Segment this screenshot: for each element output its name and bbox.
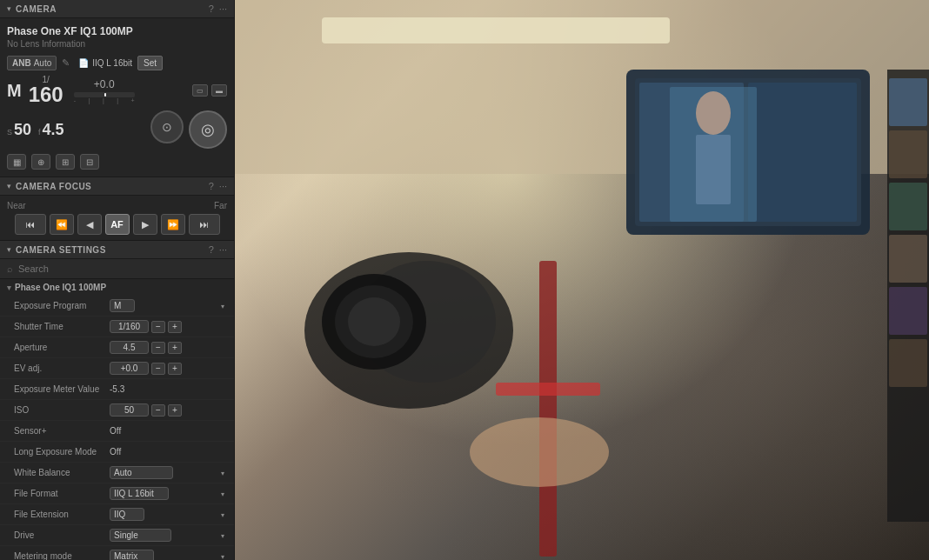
set-button[interactable]: Set bbox=[137, 56, 163, 70]
search-input[interactable] bbox=[18, 263, 227, 274]
settings-select-8[interactable]: AutoDaylightCloudyShadeTungstenFluoresce… bbox=[110, 466, 173, 479]
stepper-minus-2[interactable]: − bbox=[151, 342, 165, 354]
stepper-wrap-1: −+ bbox=[110, 320, 227, 333]
camera-section-header[interactable]: ▾ CAMERA ? ··· bbox=[0, 0, 234, 18]
iso-block: S 50 bbox=[7, 121, 31, 139]
focus-fast-fwd-btn[interactable]: ⏭ bbox=[189, 214, 220, 235]
search-bar: ⌕ bbox=[0, 259, 234, 279]
settings-header-icons: ? ··· bbox=[209, 244, 227, 255]
adjust-icons: ▭ ▬ bbox=[192, 84, 227, 97]
stepper-input-2[interactable] bbox=[110, 341, 149, 354]
svg-rect-5 bbox=[748, 83, 857, 222]
more-icon[interactable]: ··· bbox=[219, 3, 227, 14]
svg-rect-11 bbox=[539, 261, 557, 557]
stepper-minus-1[interactable]: − bbox=[151, 321, 165, 333]
svg-point-22 bbox=[696, 91, 731, 135]
settings-select-9[interactable]: IIQ L 16bitIIQ S 16bitTIFFJPEG bbox=[110, 487, 169, 500]
far-label: Far bbox=[214, 201, 227, 210]
camera-controls: ⊙ ◎ bbox=[150, 110, 227, 149]
settings-row: Metering modeMatrixCenterSpot bbox=[0, 546, 234, 560]
focus-af-btn[interactable]: AF bbox=[105, 214, 130, 235]
ev-ticks: -|||+ bbox=[74, 97, 135, 103]
stepper-input-5[interactable] bbox=[110, 403, 149, 417]
focus-step-fwd-btn[interactable]: ⏩ bbox=[161, 214, 185, 235]
frame-icon[interactable]: ⊞ bbox=[56, 154, 75, 170]
settings-label-2: Aperture bbox=[14, 343, 110, 352]
pencil-icon[interactable]: ✎ bbox=[62, 57, 70, 69]
focus-step-back-btn[interactable]: ⏪ bbox=[50, 214, 74, 235]
layers-icon[interactable]: ⊟ bbox=[80, 154, 99, 170]
stepper-plus-1[interactable]: + bbox=[168, 321, 182, 333]
stepper-wrap-5: −+ bbox=[110, 403, 227, 417]
ev-bar bbox=[74, 92, 135, 97]
settings-section-header[interactable]: ▾ CAMERA SETTINGS ? ··· bbox=[0, 241, 234, 259]
focus-more-icon[interactable]: ··· bbox=[219, 181, 227, 191]
settings-select-11[interactable]: SingleContinuousTimer bbox=[110, 529, 171, 542]
svg-rect-12 bbox=[496, 383, 600, 396]
target-icon[interactable]: ⊕ bbox=[31, 154, 50, 170]
file-info: 📄 IIQ L 16bit bbox=[78, 58, 132, 68]
camera-lens-info: No Lens Information bbox=[7, 39, 227, 49]
shutter-value: 160 bbox=[29, 84, 63, 105]
stepper-minus-5[interactable]: − bbox=[151, 404, 165, 417]
focus-fast-back-btn[interactable]: ⏮ bbox=[15, 214, 46, 235]
select-wrap-11: SingleContinuousTimer bbox=[110, 529, 227, 542]
settings-row: Aperture−+ bbox=[0, 337, 234, 358]
focus-chevron-icon: ▾ bbox=[7, 182, 11, 190]
focus-near-far-labels: Near Far bbox=[7, 201, 227, 210]
sidebar: ▾ CAMERA ? ··· Phase One XF IQ1 100MP No… bbox=[0, 0, 235, 560]
capture-circle-btn[interactable]: ◎ bbox=[189, 110, 227, 149]
focus-micro-back-btn[interactable]: ◀ bbox=[77, 214, 102, 235]
increase-btn[interactable]: ▬ bbox=[211, 84, 227, 97]
settings-select-10[interactable]: IIQTIFJPG bbox=[110, 508, 144, 521]
grid-icon[interactable]: ▦ bbox=[7, 154, 26, 170]
iso-prefix: S bbox=[7, 128, 12, 137]
settings-rows: Exposure ProgramMASPShutter Time−+Apertu… bbox=[0, 296, 234, 560]
stepper-plus-3[interactable]: + bbox=[168, 363, 182, 375]
settings-row: White BalanceAutoDaylightCloudyShadeTung… bbox=[0, 463, 234, 483]
aperture-value: 4.5 bbox=[43, 121, 64, 139]
stepper-input-1[interactable] bbox=[110, 320, 149, 333]
settings-label-0: Exposure Program bbox=[14, 301, 110, 310]
settings-chevron-icon: ▾ bbox=[7, 245, 11, 254]
focus-header-icons: ? ··· bbox=[209, 181, 227, 191]
settings-row: EV adj.−+ bbox=[0, 358, 234, 379]
settings-label-11: Drive bbox=[14, 530, 110, 540]
controls-row: ▦ ⊕ ⊞ ⊟ bbox=[7, 154, 227, 170]
focus-section-header[interactable]: ▾ CAMERA FOCUS ? ··· bbox=[0, 177, 234, 196]
focus-help-icon[interactable]: ? bbox=[209, 181, 214, 191]
decrease-btn[interactable]: ▭ bbox=[192, 84, 208, 97]
svg-rect-16 bbox=[889, 130, 927, 178]
settings-more-icon[interactable]: ··· bbox=[219, 244, 227, 255]
select-wrap-12: MatrixCenterSpot bbox=[110, 550, 227, 560]
exposure-mode: M bbox=[7, 82, 22, 99]
settings-select-12[interactable]: MatrixCenterSpot bbox=[110, 550, 154, 560]
svg-rect-18 bbox=[889, 235, 927, 283]
stepper-input-3[interactable] bbox=[110, 362, 149, 375]
shutter-circle-btn[interactable]: ⊙ bbox=[150, 110, 184, 143]
settings-row: Shutter Time−+ bbox=[0, 317, 234, 337]
settings-label-5: ISO bbox=[14, 405, 110, 415]
svg-point-13 bbox=[470, 417, 609, 487]
svg-rect-1 bbox=[322, 17, 670, 43]
help-icon[interactable]: ? bbox=[209, 3, 214, 14]
camera-section-title: CAMERA bbox=[16, 4, 209, 14]
settings-label-10: File Extension bbox=[14, 510, 110, 519]
settings-help-icon[interactable]: ? bbox=[209, 244, 214, 255]
stepper-minus-3[interactable]: − bbox=[151, 363, 165, 375]
select-wrap-9: IIQ L 16bitIIQ S 16bitTIFFJPEG bbox=[110, 487, 227, 500]
focus-section-title: CAMERA FOCUS bbox=[16, 182, 209, 191]
focus-micro-fwd-btn[interactable]: ▶ bbox=[133, 214, 157, 235]
settings-row: DriveSingleContinuousTimer bbox=[0, 525, 234, 546]
settings-static-value-6: Off bbox=[110, 426, 227, 436]
settings-section-title: CAMERA SETTINGS bbox=[16, 245, 209, 255]
settings-row: Exposure Meter Value-5.3 bbox=[0, 379, 234, 400]
camera-group-header[interactable]: ▾ Phase One IQ1 100MP bbox=[0, 279, 234, 296]
stepper-plus-2[interactable]: + bbox=[168, 342, 182, 354]
wb-badge[interactable]: ANB Auto bbox=[7, 56, 57, 70]
stepper-plus-5[interactable]: + bbox=[168, 404, 182, 417]
settings-row: File FormatIIQ L 16bitIIQ S 16bitTIFFJPE… bbox=[0, 483, 234, 504]
settings-select-0[interactable]: MASP bbox=[110, 299, 135, 312]
near-label: Near bbox=[7, 201, 26, 210]
focus-section: Near Far ⏮ ⏪ ◀ AF ▶ ⏩ ⏭ bbox=[0, 196, 234, 241]
